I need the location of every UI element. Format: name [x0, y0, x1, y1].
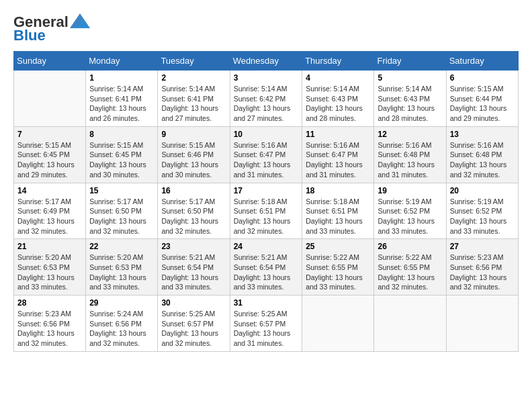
day-info: Sunrise: 5:22 AMSunset: 6:55 PMDaylight:…	[378, 253, 442, 292]
calendar-cell-w4d3: 31Sunrise: 5:25 AMSunset: 6:57 PMDayligh…	[230, 295, 302, 352]
calendar-cell-w1d3: 10Sunrise: 5:16 AMSunset: 6:47 PMDayligh…	[230, 126, 302, 183]
weekday-header-friday: Friday	[374, 52, 446, 71]
day-info: Sunrise: 5:22 AMSunset: 6:55 PMDaylight:…	[306, 253, 370, 292]
calendar-cell-w1d2: 9Sunrise: 5:15 AMSunset: 6:46 PMDaylight…	[158, 126, 230, 183]
day-info: Sunrise: 5:21 AMSunset: 6:54 PMDaylight:…	[234, 253, 299, 292]
calendar-cell-w0d6: 6Sunrise: 5:15 AMSunset: 6:44 PMDaylight…	[446, 71, 518, 127]
weekday-header-thursday: Thursday	[302, 52, 374, 71]
calendar-cell-w3d2: 23Sunrise: 5:21 AMSunset: 6:54 PMDayligh…	[158, 239, 230, 295]
calendar-cell-w2d1: 15Sunrise: 5:17 AMSunset: 6:50 PMDayligh…	[86, 183, 158, 239]
day-info: Sunrise: 5:15 AMSunset: 6:45 PMDaylight:…	[17, 140, 82, 180]
day-number: 5	[378, 73, 442, 83]
day-info: Sunrise: 5:15 AMSunset: 6:44 PMDaylight:…	[450, 84, 515, 124]
calendar-cell-w4d6	[446, 295, 518, 352]
calendar-cell-w4d1: 29Sunrise: 5:24 AMSunset: 6:56 PMDayligh…	[86, 295, 158, 352]
day-number: 2	[161, 73, 226, 83]
day-info: Sunrise: 5:18 AMSunset: 6:51 PMDaylight:…	[234, 197, 299, 236]
day-number: 3	[234, 73, 299, 83]
calendar-cell-w2d5: 19Sunrise: 5:19 AMSunset: 6:52 PMDayligh…	[374, 183, 446, 239]
day-info: Sunrise: 5:16 AMSunset: 6:47 PMDaylight:…	[234, 140, 299, 180]
day-number: 6	[450, 73, 515, 83]
day-number: 25	[306, 242, 370, 251]
day-number: 24	[234, 242, 299, 251]
calendar-cell-w0d5: 5Sunrise: 5:14 AMSunset: 6:43 PMDaylight…	[374, 71, 446, 127]
calendar-cell-w3d5: 26Sunrise: 5:22 AMSunset: 6:55 PMDayligh…	[374, 239, 446, 295]
calendar-cell-w2d4: 18Sunrise: 5:18 AMSunset: 6:51 PMDayligh…	[302, 183, 374, 239]
day-info: Sunrise: 5:17 AMSunset: 6:50 PMDaylight:…	[161, 197, 226, 236]
calendar-cell-w2d6: 20Sunrise: 5:19 AMSunset: 6:52 PMDayligh…	[446, 183, 518, 239]
day-number: 16	[161, 186, 226, 195]
day-number: 20	[450, 186, 515, 195]
calendar-cell-w1d1: 8Sunrise: 5:15 AMSunset: 6:45 PMDaylight…	[86, 126, 158, 183]
calendar-cell-w1d5: 12Sunrise: 5:16 AMSunset: 6:48 PMDayligh…	[374, 126, 446, 183]
day-number: 22	[89, 242, 154, 251]
day-number: 30	[161, 298, 226, 308]
day-number: 12	[378, 130, 442, 139]
day-info: Sunrise: 5:20 AMSunset: 6:53 PMDaylight:…	[17, 253, 82, 292]
calendar-cell-w2d2: 16Sunrise: 5:17 AMSunset: 6:50 PMDayligh…	[158, 183, 230, 239]
day-number: 13	[450, 130, 515, 139]
day-number: 14	[17, 186, 82, 195]
day-number: 19	[378, 186, 442, 195]
day-info: Sunrise: 5:14 AMSunset: 6:42 PMDaylight:…	[234, 84, 299, 124]
day-info: Sunrise: 5:25 AMSunset: 6:57 PMDaylight:…	[161, 309, 226, 349]
day-number: 31	[234, 298, 299, 308]
calendar-cell-w4d2: 30Sunrise: 5:25 AMSunset: 6:57 PMDayligh…	[158, 295, 230, 352]
day-info: Sunrise: 5:19 AMSunset: 6:52 PMDaylight:…	[378, 197, 442, 236]
day-number: 28	[17, 298, 82, 308]
calendar-cell-w4d5	[374, 295, 446, 352]
day-info: Sunrise: 5:16 AMSunset: 6:48 PMDaylight:…	[450, 140, 515, 180]
day-number: 1	[89, 73, 154, 83]
weekday-header-sunday: Sunday	[14, 52, 86, 71]
calendar-cell-w0d2: 2Sunrise: 5:14 AMSunset: 6:41 PMDaylight…	[158, 71, 230, 127]
weekday-header-wednesday: Wednesday	[230, 52, 302, 71]
day-info: Sunrise: 5:18 AMSunset: 6:51 PMDaylight:…	[306, 197, 370, 236]
calendar-cell-w3d0: 21Sunrise: 5:20 AMSunset: 6:53 PMDayligh…	[14, 239, 86, 295]
weekday-header-monday: Monday	[86, 52, 158, 71]
day-number: 8	[89, 130, 154, 139]
day-info: Sunrise: 5:14 AMSunset: 6:43 PMDaylight:…	[378, 84, 442, 124]
calendar-cell-w1d6: 13Sunrise: 5:16 AMSunset: 6:48 PMDayligh…	[446, 126, 518, 183]
day-info: Sunrise: 5:17 AMSunset: 6:50 PMDaylight:…	[89, 197, 154, 236]
day-number: 21	[17, 242, 82, 251]
day-info: Sunrise: 5:24 AMSunset: 6:56 PMDaylight:…	[89, 309, 154, 349]
calendar-cell-w3d1: 22Sunrise: 5:20 AMSunset: 6:53 PMDayligh…	[86, 239, 158, 295]
day-info: Sunrise: 5:16 AMSunset: 6:47 PMDaylight:…	[306, 140, 370, 180]
day-number: 29	[89, 298, 154, 308]
day-number: 27	[450, 242, 515, 251]
calendar-cell-w2d3: 17Sunrise: 5:18 AMSunset: 6:51 PMDayligh…	[230, 183, 302, 239]
day-number: 26	[378, 242, 442, 251]
day-number: 10	[234, 130, 299, 139]
page-header: General Blue	[13, 13, 519, 44]
calendar-cell-w1d4: 11Sunrise: 5:16 AMSunset: 6:47 PMDayligh…	[302, 126, 374, 183]
logo-blue: Blue	[13, 27, 46, 44]
calendar-cell-w4d0: 28Sunrise: 5:23 AMSunset: 6:56 PMDayligh…	[14, 295, 86, 352]
calendar-cell-w0d0	[14, 71, 86, 127]
day-info: Sunrise: 5:15 AMSunset: 6:45 PMDaylight:…	[89, 140, 154, 180]
day-info: Sunrise: 5:23 AMSunset: 6:56 PMDaylight:…	[17, 309, 82, 349]
calendar-table: SundayMondayTuesdayWednesdayThursdayFrid…	[13, 51, 519, 352]
day-number: 11	[306, 130, 370, 139]
day-info: Sunrise: 5:16 AMSunset: 6:48 PMDaylight:…	[378, 140, 442, 180]
calendar-cell-w3d4: 25Sunrise: 5:22 AMSunset: 6:55 PMDayligh…	[302, 239, 374, 295]
day-info: Sunrise: 5:14 AMSunset: 6:43 PMDaylight:…	[306, 84, 370, 124]
weekday-header-tuesday: Tuesday	[158, 52, 230, 71]
day-info: Sunrise: 5:21 AMSunset: 6:54 PMDaylight:…	[161, 253, 226, 292]
day-info: Sunrise: 5:14 AMSunset: 6:41 PMDaylight:…	[161, 84, 226, 124]
day-info: Sunrise: 5:14 AMSunset: 6:41 PMDaylight:…	[89, 84, 154, 124]
logo: General Blue	[13, 13, 90, 44]
calendar-cell-w0d4: 4Sunrise: 5:14 AMSunset: 6:43 PMDaylight…	[302, 71, 374, 127]
day-number: 17	[234, 186, 299, 195]
day-info: Sunrise: 5:20 AMSunset: 6:53 PMDaylight:…	[89, 253, 154, 292]
day-number: 9	[161, 130, 226, 139]
logo-icon	[70, 13, 90, 28]
calendar-cell-w0d3: 3Sunrise: 5:14 AMSunset: 6:42 PMDaylight…	[230, 71, 302, 127]
calendar-cell-w4d4	[302, 295, 374, 352]
day-number: 23	[161, 242, 226, 251]
calendar-cell-w3d6: 27Sunrise: 5:23 AMSunset: 6:56 PMDayligh…	[446, 239, 518, 295]
day-info: Sunrise: 5:19 AMSunset: 6:52 PMDaylight:…	[450, 197, 515, 236]
day-number: 7	[17, 130, 82, 139]
day-info: Sunrise: 5:25 AMSunset: 6:57 PMDaylight:…	[234, 309, 299, 349]
day-info: Sunrise: 5:15 AMSunset: 6:46 PMDaylight:…	[161, 140, 226, 180]
calendar-cell-w3d3: 24Sunrise: 5:21 AMSunset: 6:54 PMDayligh…	[230, 239, 302, 295]
